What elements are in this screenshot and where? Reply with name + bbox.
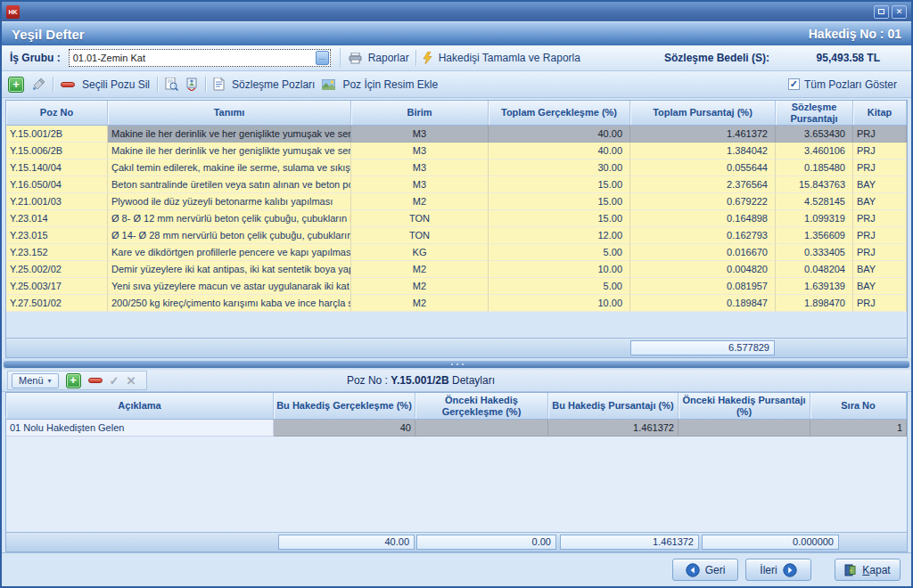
- table-cell[interactable]: PRJ: [853, 159, 907, 176]
- table-cell[interactable]: 40.00: [489, 126, 630, 143]
- table-cell[interactable]: 0.333405: [776, 244, 853, 261]
- table-cell[interactable]: Y.23.014: [6, 210, 108, 227]
- table-cell[interactable]: 1: [810, 420, 907, 437]
- table-cell[interactable]: M2: [351, 278, 489, 295]
- column-header[interactable]: Tanımı: [108, 101, 351, 125]
- table-cell[interactable]: 1.461372: [630, 126, 776, 143]
- column-header[interactable]: Önceki Hakediş Gerçekleşme (%): [415, 393, 548, 419]
- cancel-x-icon[interactable]: ✕: [126, 374, 136, 388]
- table-cell[interactable]: 40.00: [489, 143, 630, 159]
- table-cell[interactable]: Makine ile her derinlik ve her genişlikt…: [108, 126, 351, 143]
- image-export-icon[interactable]: [185, 78, 198, 91]
- table-cell[interactable]: Y.15.006/2B: [6, 143, 108, 159]
- table-row[interactable]: Y.23.015Ø 14- Ø 28 mm nervürlü beton çel…: [6, 227, 907, 244]
- table-cell[interactable]: 0.679222: [630, 193, 776, 210]
- table-cell[interactable]: 1.639139: [776, 278, 853, 295]
- table-cell[interactable]: 0.162793: [630, 227, 776, 244]
- table-cell[interactable]: PRJ: [853, 126, 907, 143]
- table-cell[interactable]: Demir yüzeylere iki kat antipas, iki kat…: [108, 261, 351, 278]
- geri-button[interactable]: Geri: [672, 559, 738, 581]
- table-cell[interactable]: PRJ: [853, 227, 907, 244]
- table-cell[interactable]: M3: [351, 143, 489, 159]
- table-cell[interactable]: TON: [351, 210, 489, 227]
- is-grubu-combo[interactable]: 01.01-Zemin Kat …: [69, 49, 331, 67]
- secili-pozu-sil-button[interactable]: Seçili Pozu Sil: [82, 78, 150, 91]
- table-cell[interactable]: M2: [351, 295, 489, 312]
- table-cell[interactable]: 1.461372: [548, 420, 679, 437]
- column-header[interactable]: Önceki Hakediş Pursantajı (%): [679, 393, 810, 419]
- table-cell[interactable]: M3: [351, 126, 489, 143]
- poz-resim-ekle-button[interactable]: Poz İçin Resim Ekle: [342, 78, 438, 91]
- column-header[interactable]: Sözleşme Pursantajı: [776, 101, 853, 125]
- table-cell[interactable]: Y.16.050/04: [6, 176, 108, 193]
- table-cell[interactable]: 0.048204: [776, 261, 853, 278]
- table-row[interactable]: Y.25.002/02Demir yüzeylere iki kat antip…: [6, 261, 907, 278]
- table-cell[interactable]: 3.460106: [776, 143, 853, 159]
- table-cell[interactable]: 15.843763: [776, 176, 853, 193]
- column-header[interactable]: Bu Hakediş Pursantajı (%): [548, 393, 679, 419]
- table-cell[interactable]: 1.384042: [630, 143, 776, 159]
- table-cell[interactable]: PRJ: [853, 143, 907, 159]
- table-row[interactable]: Y.27.501/02200/250 kg kireç/çimento karı…: [6, 295, 907, 312]
- table-cell[interactable]: 0.004820: [630, 261, 776, 278]
- table-cell[interactable]: TON: [351, 227, 489, 244]
- confirm-check-icon[interactable]: ✓: [110, 374, 119, 388]
- table-cell[interactable]: 3.653430: [776, 126, 853, 143]
- table-cell[interactable]: Y.23.152: [6, 244, 108, 261]
- table-cell[interactable]: 1.898470: [776, 295, 853, 312]
- column-header[interactable]: Bu Hakediş Gerçekleşme (%): [274, 393, 415, 419]
- column-header[interactable]: Toplam Gerçekleşme (%): [489, 101, 630, 125]
- table-cell[interactable]: PRJ: [853, 244, 907, 261]
- table-cell[interactable]: M2: [351, 193, 489, 210]
- table-cell[interactable]: M3: [351, 176, 489, 193]
- menu-button[interactable]: Menü ▾: [12, 373, 59, 388]
- table-cell[interactable]: Y.25.003/17: [6, 278, 108, 295]
- detail-delete-button[interactable]: [88, 378, 103, 383]
- table-row[interactable]: Y.15.006/2BMakine ile her derinlik ve he…: [6, 143, 907, 159]
- table-cell[interactable]: 5.00: [489, 278, 630, 295]
- table-cell[interactable]: 2.376564: [630, 176, 776, 193]
- table-cell[interactable]: Y.27.501/02: [6, 295, 108, 312]
- table-row[interactable]: Y.15.140/04Çakıl temin edilerek, makine …: [6, 159, 907, 176]
- table-cell[interactable]: BAY: [853, 278, 907, 295]
- add-poz-button[interactable]: +: [8, 77, 24, 93]
- checkbox-checked-icon[interactable]: ✓: [788, 78, 800, 90]
- table-cell[interactable]: Yeni sıva yüzeylere macun ve astar uygul…: [108, 278, 351, 295]
- column-header[interactable]: Açıklama: [6, 393, 274, 419]
- table-row[interactable]: Y.25.003/17Yeni sıva yüzeylere macun ve …: [6, 278, 907, 295]
- table-cell[interactable]: 15.00: [489, 176, 630, 193]
- table-cell[interactable]: 15.00: [489, 193, 630, 210]
- table-cell[interactable]: 10.00: [489, 295, 630, 312]
- table-cell[interactable]: BAY: [853, 261, 907, 278]
- table-row[interactable]: Y.15.001/2BMakine ile her derinlik ve he…: [6, 126, 907, 143]
- table-cell[interactable]: Kare ve dikdörtgen profillerle pencere v…: [108, 244, 351, 261]
- table-cell[interactable]: 200/250 kg kireç/çimento karışımı kaba v…: [108, 295, 351, 312]
- clear-icon[interactable]: [31, 78, 45, 91]
- table-cell[interactable]: 0.189847: [630, 295, 776, 312]
- detail-add-button[interactable]: +: [66, 373, 81, 388]
- table-row[interactable]: 01 Nolu Hakedişten Gelen401.4613721: [6, 420, 907, 437]
- column-header[interactable]: Poz No: [6, 101, 108, 125]
- table-cell[interactable]: 1.099319: [776, 210, 853, 227]
- table-cell[interactable]: BAY: [853, 176, 907, 193]
- ileri-button[interactable]: İleri: [745, 559, 811, 581]
- table-cell[interactable]: 15.00: [489, 210, 630, 227]
- table-cell[interactable]: M3: [351, 159, 489, 176]
- preview-icon[interactable]: [165, 78, 178, 91]
- table-cell[interactable]: 1.356609: [776, 227, 853, 244]
- table-cell[interactable]: Makine ile her derinlik ve her genişlikt…: [108, 143, 351, 159]
- table-cell[interactable]: 0.164898: [630, 210, 776, 227]
- combo-ellipsis-button[interactable]: …: [316, 51, 329, 65]
- close-button[interactable]: ✕: [892, 5, 907, 19]
- table-row[interactable]: Y.21.001/03Plywood ile düz yüzeyli beton…: [6, 193, 907, 210]
- table-cell[interactable]: 01 Nolu Hakedişten Gelen: [6, 420, 274, 437]
- table-cell[interactable]: Çakıl temin edilerek, makine ile serme, …: [108, 159, 351, 176]
- column-header[interactable]: Toplam Pursantaj (%): [630, 101, 776, 125]
- table-cell[interactable]: 0.185480: [776, 159, 853, 176]
- table-cell[interactable]: Y.21.001/03: [6, 193, 108, 210]
- table-cell[interactable]: 0.055644: [630, 159, 776, 176]
- table-cell[interactable]: PRJ: [853, 295, 907, 312]
- raporlar-button[interactable]: Raporlar: [368, 52, 409, 64]
- table-cell[interactable]: 5.00: [489, 244, 630, 261]
- table-cell[interactable]: 12.00: [489, 227, 630, 244]
